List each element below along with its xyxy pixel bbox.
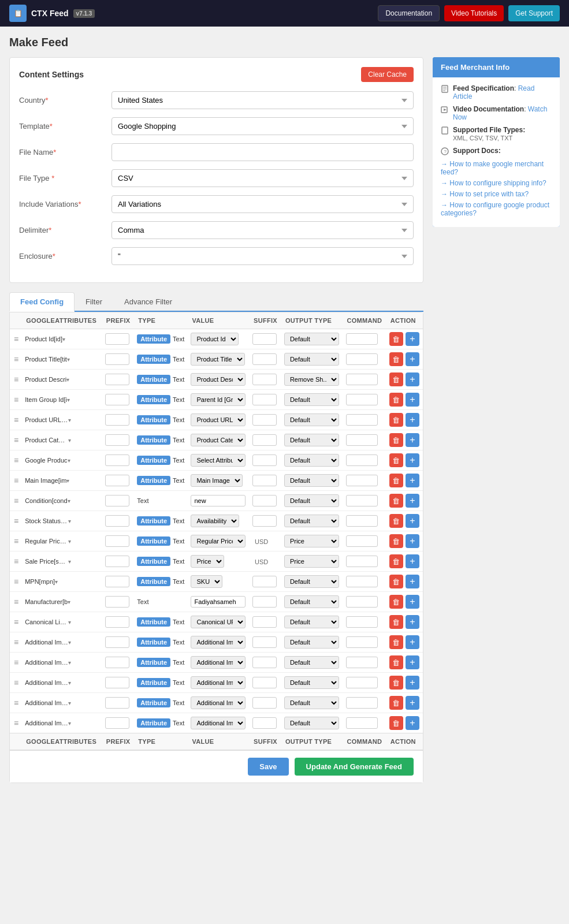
delete-row-button[interactable]: 🗑 xyxy=(389,615,403,629)
attr-chevron-icon[interactable]: ▾ xyxy=(68,599,70,605)
prefix-input[interactable] xyxy=(105,495,129,506)
suffix-input[interactable] xyxy=(252,677,277,688)
prefix-input[interactable] xyxy=(105,394,129,405)
drag-icon[interactable]: ≡ xyxy=(12,678,20,687)
suffix-input[interactable] xyxy=(252,697,277,709)
documentation-button[interactable]: Documentation xyxy=(378,5,440,21)
attr-chevron-icon[interactable]: ▾ xyxy=(68,660,71,666)
suffix-input[interactable] xyxy=(252,657,277,668)
help-link-3[interactable]: How to set price with tax? xyxy=(441,190,552,198)
value-select[interactable]: Additional Imag xyxy=(191,717,246,729)
delete-row-button[interactable]: 🗑 xyxy=(389,655,403,669)
filename-input[interactable]: Google Shopping free listings xyxy=(111,143,414,161)
prefix-input[interactable] xyxy=(105,657,129,668)
value-select[interactable]: Regular Price xyxy=(191,535,246,547)
command-input[interactable] xyxy=(346,414,378,426)
prefix-input[interactable] xyxy=(105,616,129,628)
delete-row-button[interactable]: 🗑 xyxy=(389,413,403,427)
value-select[interactable]: Select Attribute xyxy=(191,454,246,467)
drag-icon[interactable]: ≡ xyxy=(12,516,20,526)
drag-icon[interactable]: ≡ xyxy=(12,415,20,424)
get-support-button[interactable]: Get Support xyxy=(508,5,560,21)
add-row-button[interactable]: + xyxy=(406,352,419,366)
prefix-input[interactable] xyxy=(105,333,129,345)
enclosure-select[interactable]: " xyxy=(111,247,414,265)
suffix-input[interactable] xyxy=(252,394,277,405)
value-select[interactable]: Product Title xyxy=(191,353,245,366)
add-row-button[interactable]: + xyxy=(406,676,419,690)
attr-chevron-icon[interactable]: ▾ xyxy=(68,700,71,706)
include-variations-select[interactable]: All Variations xyxy=(111,195,414,213)
value-select[interactable]: Canonical URL xyxy=(191,616,246,628)
attr-chevron-icon[interactable]: ▾ xyxy=(68,498,70,504)
command-input[interactable] xyxy=(346,454,378,466)
suffix-input[interactable] xyxy=(252,495,277,506)
attr-chevron-icon[interactable]: ▾ xyxy=(68,457,70,464)
value-select[interactable]: Parent Id [Grou xyxy=(191,393,246,406)
output-type-select[interactable]: Default xyxy=(284,696,339,709)
output-type-select[interactable]: Default xyxy=(284,454,339,467)
output-type-select[interactable]: Default xyxy=(284,636,339,649)
delete-row-button[interactable]: 🗑 xyxy=(389,433,403,447)
attr-chevron-icon[interactable]: ▾ xyxy=(68,680,71,686)
drag-icon[interactable]: ≡ xyxy=(12,597,20,606)
output-type-select[interactable]: Price xyxy=(284,535,339,547)
drag-icon[interactable]: ≡ xyxy=(12,496,20,505)
delete-row-button[interactable]: 🗑 xyxy=(389,575,403,588)
command-input[interactable] xyxy=(346,576,378,587)
add-row-button[interactable]: + xyxy=(406,615,419,629)
add-row-button[interactable]: + xyxy=(406,514,419,528)
suffix-input[interactable] xyxy=(252,374,277,385)
drag-handle[interactable]: ≡ xyxy=(10,491,23,511)
suffix-input[interactable] xyxy=(252,576,277,587)
suffix-input[interactable] xyxy=(252,414,277,426)
value-select[interactable]: Price xyxy=(191,555,224,568)
suffix-input[interactable] xyxy=(252,717,277,729)
add-row-button[interactable]: + xyxy=(406,635,419,649)
output-type-select[interactable]: Default xyxy=(284,616,339,628)
add-row-button[interactable]: + xyxy=(406,575,419,588)
delete-row-button[interactable]: 🗑 xyxy=(389,494,403,508)
output-type-select[interactable]: Default xyxy=(284,656,339,669)
drag-handle[interactable]: ≡ xyxy=(10,430,23,450)
output-type-select[interactable]: Default xyxy=(284,434,339,446)
drag-icon[interactable]: ≡ xyxy=(12,658,20,667)
attr-chevron-icon[interactable]: ▾ xyxy=(68,417,71,423)
drag-handle[interactable]: ≡ xyxy=(10,410,23,430)
attr-chevron-icon[interactable]: ▾ xyxy=(68,558,71,565)
drag-handle[interactable]: ≡ xyxy=(10,592,23,612)
prefix-input[interactable] xyxy=(105,454,129,466)
value-select[interactable]: Main Image xyxy=(191,474,243,487)
prefix-input[interactable] xyxy=(105,353,129,365)
suffix-input[interactable] xyxy=(252,596,277,608)
attr-chevron-icon[interactable]: ▾ xyxy=(67,356,70,363)
drag-icon[interactable]: ≡ xyxy=(12,718,20,728)
add-row-button[interactable]: + xyxy=(406,655,419,669)
delete-row-button[interactable]: 🗑 xyxy=(389,393,403,407)
prefix-input[interactable] xyxy=(105,535,129,547)
suffix-input[interactable] xyxy=(252,515,277,527)
drag-handle[interactable]: ≡ xyxy=(10,471,23,491)
drag-handle[interactable]: ≡ xyxy=(10,531,23,552)
add-row-button[interactable]: + xyxy=(406,716,419,730)
drag-handle[interactable]: ≡ xyxy=(10,572,23,592)
output-type-select[interactable]: Default xyxy=(284,595,339,608)
add-row-button[interactable]: + xyxy=(406,696,419,710)
attr-chevron-icon[interactable]: ▾ xyxy=(66,377,69,383)
drag-icon[interactable]: ≡ xyxy=(12,557,20,566)
drag-icon[interactable]: ≡ xyxy=(12,435,20,445)
attr-chevron-icon[interactable]: ▾ xyxy=(68,538,71,545)
output-type-select[interactable]: Default xyxy=(284,393,339,406)
command-input[interactable] xyxy=(346,677,378,688)
drag-icon[interactable]: ≡ xyxy=(12,334,20,344)
delete-row-button[interactable]: 🗑 xyxy=(389,716,403,730)
drag-icon[interactable]: ≡ xyxy=(12,577,20,586)
country-select[interactable]: United States xyxy=(111,91,414,109)
tab-feed-config[interactable]: Feed Config xyxy=(9,292,75,312)
value-select[interactable]: Additional Imag xyxy=(191,656,246,669)
drag-handle[interactable]: ≡ xyxy=(10,673,23,693)
value-select[interactable]: Additional Imag xyxy=(191,676,246,689)
delete-row-button[interactable]: 🗑 xyxy=(389,474,403,487)
prefix-input[interactable] xyxy=(105,434,129,446)
drag-icon[interactable]: ≡ xyxy=(12,617,20,627)
